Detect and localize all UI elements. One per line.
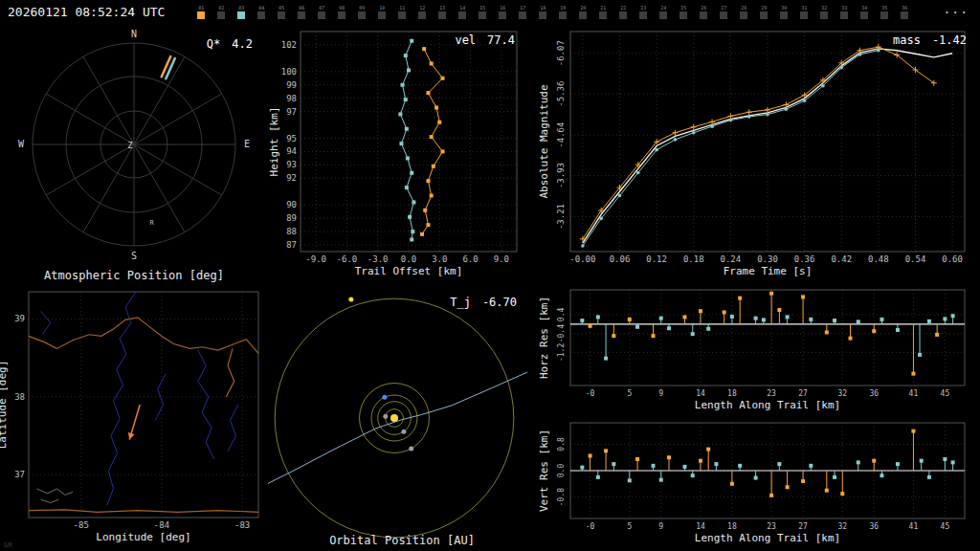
station-indicator[interactable]: 23 <box>639 5 647 19</box>
station-indicator[interactable]: 02 <box>217 5 225 19</box>
station-indicator[interactable]: 12 <box>418 5 426 19</box>
svg-text:-6.0: -6.0 <box>337 254 358 264</box>
svg-text:Trail Offset [km]: Trail Offset [km] <box>355 265 463 277</box>
station-status-light <box>197 11 205 19</box>
station-id-label: 05 <box>278 5 284 11</box>
station-indicator[interactable]: 28 <box>740 5 747 19</box>
station-status-light <box>398 11 406 19</box>
q-value: 4.2 <box>232 37 253 51</box>
svg-text:9.0: 9.0 <box>494 254 509 264</box>
svg-text:R: R <box>149 219 154 227</box>
svg-text:0.8: 0.8 <box>557 437 566 452</box>
station-indicator-row: 0102030405060708091011121314151617181920… <box>197 5 908 19</box>
station-indicator[interactable]: 26 <box>700 5 707 19</box>
station-id-label: 20 <box>580 5 586 11</box>
svg-text:41: 41 <box>909 389 919 398</box>
station-indicator[interactable]: 34 <box>860 5 868 19</box>
station-indicator[interactable]: 09 <box>358 5 366 19</box>
tj-value: -6.70 <box>482 296 517 309</box>
panel-title-tj: T_j-6.70 <box>450 296 517 309</box>
svg-text:100: 100 <box>281 67 297 77</box>
svg-text:32: 32 <box>837 389 847 398</box>
station-indicator[interactable]: 35 <box>880 5 888 19</box>
station-indicator[interactable]: 19 <box>559 5 567 19</box>
svg-text:9: 9 <box>658 522 663 531</box>
station-indicator[interactable]: 08 <box>338 5 345 19</box>
svg-text:27: 27 <box>798 522 808 531</box>
station-status-light <box>760 11 768 19</box>
station-indicator[interactable]: 17 <box>519 5 526 19</box>
station-indicator[interactable]: 33 <box>840 5 848 19</box>
station-indicator[interactable]: 13 <box>438 5 446 19</box>
watermark-gm: GM <box>4 541 11 549</box>
svg-text:Z: Z <box>127 141 133 150</box>
station-status-light <box>519 11 526 19</box>
svg-text:6.0: 6.0 <box>462 254 478 264</box>
station-id-label: 07 <box>319 5 324 11</box>
svg-text:-3.93: -3.93 <box>556 163 566 188</box>
station-status-light <box>901 11 908 19</box>
vel-value: 77.4 <box>487 33 515 47</box>
svg-text:Absolute Magnitude: Absolute Magnitude <box>538 84 550 198</box>
station-indicator[interactable]: 01 <box>197 5 205 19</box>
station-id-label: 08 <box>339 5 345 11</box>
atmospheric-position-caption: Atmospheric Position [deg] <box>0 269 268 282</box>
station-indicator[interactable]: 21 <box>599 5 607 19</box>
station-indicator[interactable]: 24 <box>659 5 667 19</box>
station-indicator[interactable]: 04 <box>257 5 265 19</box>
svg-text:-0: -0 <box>586 522 595 531</box>
svg-text:0.30: 0.30 <box>757 254 778 264</box>
station-indicator[interactable]: 05 <box>278 5 285 19</box>
station-status-light <box>880 11 888 19</box>
station-indicator[interactable]: 14 <box>458 5 466 19</box>
station-indicator[interactable]: 31 <box>800 5 808 19</box>
horizontal-residuals-plot: -05914182327323641450.4-0.4-1.2Length Al… <box>536 284 980 417</box>
panel-ground-track-map: -85-84-83393837Longitude [deg]Latitude [… <box>0 284 268 551</box>
station-indicator[interactable]: 36 <box>901 5 908 19</box>
overflow-menu[interactable]: ... <box>944 2 969 16</box>
status-bar: 20260121 08:52:24 UTC 010203040506070809… <box>0 0 980 24</box>
station-indicator[interactable]: 10 <box>378 5 386 19</box>
station-status-light <box>820 11 828 19</box>
svg-text:-83: -83 <box>234 520 250 530</box>
station-indicator[interactable]: 07 <box>318 5 325 19</box>
station-id-label: 28 <box>741 5 746 11</box>
svg-text:-5.36: -5.36 <box>556 81 566 107</box>
svg-text:-9.0: -9.0 <box>305 254 326 264</box>
panel-atmospheric-position: Q*4.2 NSEWZR Atmospheric Position [deg] <box>0 24 268 284</box>
station-id-label: 21 <box>600 5 606 11</box>
svg-text:90: 90 <box>286 200 297 209</box>
station-indicator[interactable]: 18 <box>539 5 546 19</box>
station-indicator[interactable]: 25 <box>679 5 687 19</box>
station-indicator[interactable]: 22 <box>619 5 627 19</box>
station-id-label: 33 <box>841 5 847 11</box>
svg-text:0.24: 0.24 <box>721 254 742 264</box>
station-status-light <box>338 11 345 19</box>
station-status-light <box>358 11 366 19</box>
panel-title-mass: mass-1.42 <box>893 33 967 47</box>
station-indicator[interactable]: 32 <box>820 5 828 19</box>
station-indicator[interactable]: 30 <box>780 5 788 19</box>
trail-offset-plot: -9.0-6.0-3.00.03.06.09.01021009998979594… <box>268 24 536 284</box>
station-indicator[interactable]: 15 <box>479 5 486 19</box>
svg-text:0.0: 0.0 <box>401 254 416 264</box>
station-indicator[interactable]: 20 <box>579 5 587 19</box>
station-status-light <box>840 11 848 19</box>
panel-title-q: Q*4.2 <box>207 37 253 51</box>
station-indicator[interactable]: 27 <box>720 5 727 19</box>
svg-text:-84: -84 <box>154 520 169 530</box>
panel-vertical-residuals: -05914182327323641450.80.0-0.8Length Alo… <box>536 417 980 551</box>
station-indicator[interactable]: 11 <box>398 5 406 19</box>
station-id-label: 25 <box>680 5 686 11</box>
svg-text:0.42: 0.42 <box>831 254 852 264</box>
station-id-label: 13 <box>439 5 445 11</box>
station-indicator[interactable]: 06 <box>298 5 305 19</box>
station-id-label: 35 <box>881 5 887 11</box>
station-id-label: 23 <box>640 5 646 11</box>
station-id-label: 11 <box>399 5 405 11</box>
station-status-light <box>559 11 567 19</box>
station-indicator[interactable]: 03 <box>237 5 245 19</box>
station-id-label: 04 <box>258 5 264 11</box>
station-indicator[interactable]: 29 <box>760 5 768 19</box>
station-indicator[interactable]: 16 <box>499 5 506 19</box>
